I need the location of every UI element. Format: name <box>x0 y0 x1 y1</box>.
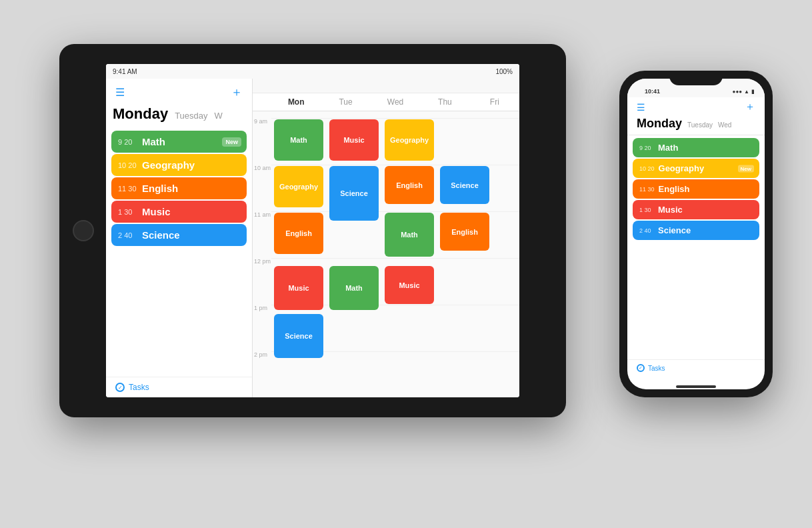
ipad-geography-item[interactable]: 10 20 Geography <box>111 154 247 176</box>
ipad-math-time: 9 20 <box>118 138 138 146</box>
iphone-hamburger-icon[interactable]: ☰ <box>637 102 645 113</box>
cal-music-tue[interactable]: Music <box>329 119 379 161</box>
cal-sci-mon[interactable]: Science <box>274 314 323 358</box>
time-9am: 9 am <box>254 118 267 125</box>
cal-eng-mon[interactable]: English <box>274 213 323 254</box>
iphone-tasks-icon: ✓ <box>637 364 645 372</box>
ipad-schedule-list: 9 20 Math New 10 20 Geography 11 30 Engl… <box>106 128 252 377</box>
ipad-tasks-footer[interactable]: ✓ Tasks <box>106 377 252 397</box>
iphone-day-tabs: Monday Tuesday Wed <box>627 115 765 135</box>
ipad-sidebar: 9:41 AM 100% ☰ ＋ Monday Tuesday W <box>106 64 253 397</box>
ipad-cal-status <box>253 79 519 93</box>
iphone-geo-badge: New <box>738 165 754 172</box>
ipad-day-tabs: Monday Tuesday W <box>106 103 252 128</box>
iphone-sci-item[interactable]: 2 40 Science <box>633 221 759 240</box>
calendar-body: 9 am 10 am 11 am 12 pm 1 pm 2 pm Math <box>253 111 519 397</box>
ipad-music-name: Music <box>142 206 171 217</box>
ipad-eng-name: English <box>142 183 178 194</box>
time-11am: 11 am <box>254 211 271 218</box>
iphone-signal-wifi-battery: ●●● ▲ ▮ <box>733 89 754 95</box>
ipad-eng-time: 11 30 <box>118 185 138 193</box>
ipad-english-item[interactable]: 11 30 English <box>111 177 247 199</box>
iphone-sci-time: 2 40 <box>639 227 654 234</box>
cal-music-wed[interactable]: Music <box>385 266 434 304</box>
ipad-math-item[interactable]: 9 20 Math New <box>111 131 247 153</box>
cal-header-tue: Tue <box>321 93 370 111</box>
tasks-label: Tasks <box>129 383 149 392</box>
ipad-sci-name: Science <box>142 229 180 241</box>
iphone-geo-name: Geography <box>659 163 705 173</box>
iphone-add-button[interactable]: ＋ <box>745 100 755 114</box>
ipad-science-item[interactable]: 2 40 Science <box>111 224 247 246</box>
add-button[interactable]: ＋ <box>231 84 243 100</box>
ipad-music-item[interactable]: 1 30 Music <box>111 201 247 223</box>
ipad-home-button[interactable] <box>73 220 94 241</box>
iphone-eng-time: 11 30 <box>639 186 655 193</box>
iphone-home-bar <box>676 385 716 388</box>
tab-monday[interactable]: Monday <box>113 105 168 123</box>
iphone-eng-item[interactable]: 11 30 English <box>633 179 759 199</box>
battery-icon: ▮ <box>751 89 754 95</box>
cal-header-thu: Thu <box>420 93 469 111</box>
time-10am: 10 am <box>254 165 271 171</box>
wifi-icon: ▲ <box>744 89 749 95</box>
cal-header-wed: Wed <box>371 93 420 111</box>
iphone-eng-name: English <box>659 184 690 194</box>
ipad-sci-time: 2 40 <box>118 231 138 239</box>
iphone-math-item[interactable]: 9 20 Math <box>633 138 759 157</box>
cal-header-fri: Fri <box>470 93 519 111</box>
iphone-tasks-label: Tasks <box>648 365 665 372</box>
ipad-math-name: Math <box>142 136 165 147</box>
cal-sci-thu[interactable]: Science <box>440 166 489 204</box>
ipad-geo-name: Geography <box>142 159 195 171</box>
iphone-music-time: 1 30 <box>639 207 654 213</box>
ipad-device: 9:41 AM 100% ☰ ＋ Monday Tuesday W <box>59 44 566 417</box>
hamburger-icon[interactable]: ☰ <box>115 86 125 99</box>
iphone-geo-item[interactable]: 10 20 Geography New <box>633 159 759 178</box>
cal-header-mon: Mon <box>271 93 321 111</box>
ipad-music-time: 1 30 <box>118 208 138 216</box>
iphone-schedule: 9 20 Math 10 20 Geography New 11 30 Engl… <box>627 135 765 359</box>
time-1pm: 1 pm <box>254 305 267 311</box>
iphone-sci-name: Science <box>658 225 691 235</box>
cal-math-wed[interactable]: Math <box>385 213 434 257</box>
iphone-notch <box>669 71 723 85</box>
ipad-math-badge: New <box>222 137 241 147</box>
cal-geo-mon[interactable]: Geography <box>274 166 323 207</box>
ipad-status-bar: 9:41 AM 100% <box>106 64 519 79</box>
iphone-tab-monday[interactable]: Monday <box>637 117 682 131</box>
iphone-screen: 10:41 ●●● ▲ ▮ ☰ ＋ Monday Tuesday Wed <box>627 79 765 389</box>
scene: 9:41 AM 100% ☰ ＋ Monday Tuesday W <box>39 31 773 497</box>
time-2pm: 2 pm <box>254 351 267 358</box>
tasks-circle-icon: ✓ <box>115 383 125 392</box>
iphone-tab-tuesday[interactable]: Tuesday <box>687 121 713 129</box>
ipad-calendar: Mon Tue Wed Thu Fri 9 am 10 am 11 am 12 … <box>253 64 519 397</box>
iphone-device: 10:41 ●●● ▲ ▮ ☰ ＋ Monday Tuesday Wed <box>619 71 773 397</box>
cal-math-mon[interactable]: Math <box>274 119 323 161</box>
tab-w[interactable]: W <box>215 111 223 123</box>
iphone-tasks-footer[interactable]: ✓ Tasks <box>627 359 765 376</box>
signal-icon: ●●● <box>733 89 743 95</box>
cal-geo-wed[interactable]: Geography <box>385 119 434 161</box>
tab-tuesday[interactable]: Tuesday <box>175 111 207 123</box>
iphone-music-item[interactable]: 1 30 Music <box>633 200 759 219</box>
iphone-geo-time: 10 20 <box>639 165 655 172</box>
cal-sci-tue[interactable]: Science <box>329 166 379 221</box>
iphone-app-header: ☰ ＋ <box>627 97 765 115</box>
iphone-math-name: Math <box>658 143 678 153</box>
iphone-tab-wed[interactable]: Wed <box>718 121 731 129</box>
iphone-music-name: Music <box>658 205 683 215</box>
cal-music-mon[interactable]: Music <box>274 266 323 310</box>
iphone-time: 10:41 <box>638 88 660 95</box>
time-12pm: 12 pm <box>254 258 271 265</box>
ipad-screen: 9:41 AM 100% ☰ ＋ Monday Tuesday W <box>106 64 519 397</box>
cal-eng-thu[interactable]: English <box>440 213 489 251</box>
ipad-sidebar-header: ☰ ＋ <box>106 79 252 103</box>
cal-math-tue[interactable]: Math <box>329 266 379 310</box>
iphone-math-time: 9 20 <box>639 145 654 151</box>
ipad-time: 9:41 AM <box>113 68 137 75</box>
ipad-geo-time: 10 20 <box>118 161 138 169</box>
calendar-header: Mon Tue Wed Thu Fri <box>253 93 519 111</box>
ipad-battery: 100% <box>495 68 513 75</box>
cal-eng-wed[interactable]: English <box>385 166 434 204</box>
